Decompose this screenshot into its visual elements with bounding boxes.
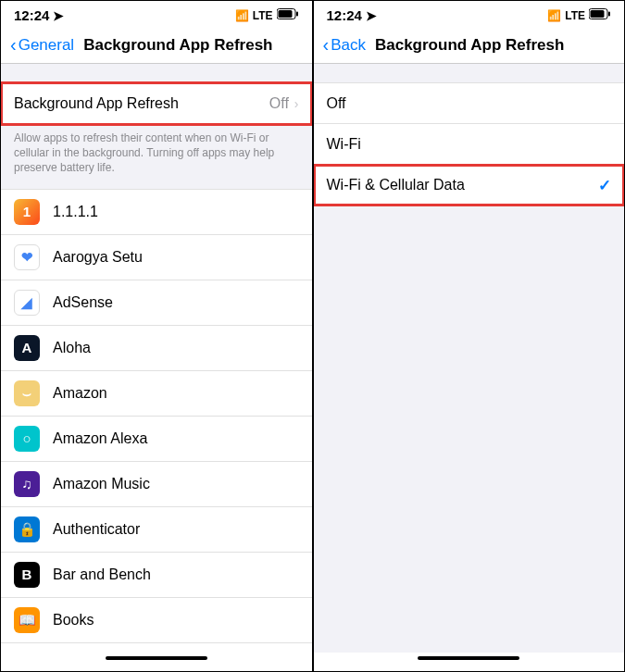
app-label: Authenticator — [53, 521, 299, 538]
app-label: Amazon — [53, 385, 299, 402]
svg-rect-2 — [296, 12, 298, 17]
app-icon: ❤ — [14, 244, 40, 270]
svg-rect-1 — [278, 10, 292, 18]
app-row[interactable]: ○Amazon Alexa — [1, 417, 312, 462]
svg-rect-4 — [591, 10, 605, 18]
network-label: LTE — [253, 9, 273, 22]
app-icon: A — [14, 335, 40, 361]
battery-icon — [589, 8, 611, 22]
location-icon: ➤ — [53, 8, 64, 23]
location-icon: ➤ — [366, 8, 377, 23]
app-icon: ⌣ — [14, 380, 40, 406]
app-icon: 1 — [14, 199, 40, 225]
nav-bar: ‹ Back Background App Refresh — [314, 27, 625, 64]
app-row[interactable]: ❤Aarogya Setu — [1, 235, 312, 280]
scroll-area[interactable]: OffWi-FiWi-Fi & Cellular Data✓ — [314, 64, 625, 653]
app-row[interactable]: 📖Books — [1, 598, 312, 643]
option-label: Wi-Fi — [327, 136, 612, 153]
options-list: OffWi-FiWi-Fi & Cellular Data✓ — [314, 82, 625, 206]
signal-icon: 📶 — [547, 9, 561, 22]
app-row[interactable]: ◢AdSense — [1, 280, 312, 326]
status-time: 12:24 — [327, 7, 362, 23]
home-indicator[interactable] — [314, 653, 625, 671]
home-indicator[interactable] — [1, 653, 312, 671]
app-row[interactable]: ♫Amazon Music — [1, 462, 312, 507]
checkmark-icon: ✓ — [598, 176, 611, 195]
battery-icon — [277, 8, 299, 22]
app-row[interactable]: 🔒Authenticator — [1, 507, 312, 553]
app-row[interactable]: BBar and Bench — [1, 553, 312, 598]
screen-left: 12:24 ➤ 📶 LTE ‹ General Background App R… — [0, 0, 313, 672]
app-row[interactable]: AAloha — [1, 326, 312, 371]
signal-icon: 📶 — [235, 9, 249, 22]
back-button[interactable]: ‹ Back — [323, 34, 366, 56]
option-row[interactable]: Wi-Fi & Cellular Data✓ — [314, 165, 625, 205]
option-label: Off — [327, 95, 612, 112]
page-title: Background App Refresh — [375, 36, 564, 55]
status-bar: 12:24 ➤ 📶 LTE — [1, 1, 312, 27]
option-label: Wi-Fi & Cellular Data — [327, 177, 599, 193]
app-icon: ○ — [14, 426, 40, 452]
app-label: Amazon Alexa — [53, 430, 299, 447]
option-row[interactable]: Wi-Fi — [314, 124, 625, 165]
status-bar: 12:24 ➤ 📶 LTE — [314, 1, 625, 27]
page-title: Background App Refresh — [83, 36, 272, 55]
master-toggle-row[interactable]: Background App Refresh Off › — [1, 82, 312, 125]
back-label: Back — [331, 36, 366, 55]
master-toggle-label: Background App Refresh — [14, 95, 269, 112]
app-label: Aarogya Setu — [53, 249, 299, 266]
svg-rect-5 — [608, 12, 610, 17]
app-icon: B — [14, 562, 40, 588]
app-icon: 🔒 — [14, 516, 40, 542]
back-label: General — [19, 36, 74, 55]
chevron-left-icon: ‹ — [10, 34, 17, 56]
app-label: 1.1.1.1 — [53, 204, 299, 220]
app-icon: 📖 — [14, 607, 40, 633]
app-label: Aloha — [53, 340, 299, 356]
back-button[interactable]: ‹ General — [10, 34, 74, 56]
nav-bar: ‹ General Background App Refresh — [1, 27, 312, 64]
app-icon: ♫ — [14, 471, 40, 497]
app-row[interactable]: CCanva — [1, 643, 312, 653]
footer-note: Allow apps to refresh their content when… — [1, 125, 312, 189]
status-time: 12:24 — [14, 7, 49, 23]
app-label: Amazon Music — [53, 476, 299, 492]
screen-right: 12:24 ➤ 📶 LTE ‹ Back Background App Refr… — [313, 0, 626, 672]
app-label: AdSense — [53, 294, 299, 311]
option-row[interactable]: Off — [314, 83, 625, 124]
chevron-left-icon: ‹ — [323, 34, 330, 56]
master-toggle-value: Off — [269, 95, 289, 112]
scroll-area[interactable]: Background App Refresh Off › Allow apps … — [1, 64, 312, 653]
chevron-right-icon: › — [294, 96, 299, 111]
app-icon: ◢ — [14, 290, 40, 316]
app-row[interactable]: 11.1.1.1 — [1, 190, 312, 235]
apps-list: 11.1.1.1❤Aarogya Setu◢AdSenseAAloha⌣Amaz… — [1, 189, 312, 653]
app-label: Books — [53, 612, 299, 628]
app-row[interactable]: ⌣Amazon — [1, 371, 312, 417]
app-label: Bar and Bench — [53, 566, 299, 583]
network-label: LTE — [565, 9, 585, 22]
